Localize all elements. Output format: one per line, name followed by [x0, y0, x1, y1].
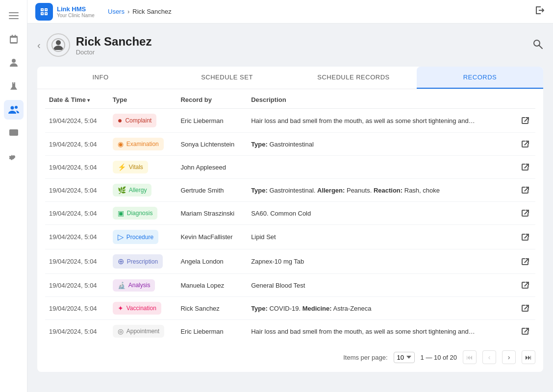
pagination: Items per page: 10 20 50 1 — 10 of 20 ⏮ …	[45, 343, 535, 364]
cell-record-by: Eric Lieberman	[176, 320, 247, 343]
badge-icon: ✦	[118, 304, 124, 312]
cell-datetime: 19/04/2024, 5:04	[45, 202, 109, 225]
cell-datetime: 19/04/2024, 5:04	[45, 133, 109, 156]
open-record-button[interactable]	[519, 302, 531, 315]
cell-datetime: 19/04/2024, 5:04	[45, 274, 109, 297]
open-record-button[interactable]	[519, 279, 531, 292]
col-datetime[interactable]: Date & Time	[45, 89, 109, 109]
records-table-container: Date & Time Type Record by Description 1…	[37, 89, 543, 372]
table-row: 19/04/2024, 5:04 ● Complaint Eric Lieber…	[45, 109, 535, 133]
cell-type: ▣ Diagnosis	[109, 202, 177, 225]
last-page-button[interactable]: ⏭	[522, 350, 535, 364]
cell-open	[512, 133, 535, 156]
tab-bar: INFO SCHEDULE SET SCHEDULE RECORDS RECOR…	[37, 67, 543, 89]
profile-info: Rick Sanchez Doctor	[76, 35, 152, 56]
profile-role: Doctor	[76, 49, 152, 56]
sidebar-icon-person[interactable]	[4, 53, 24, 73]
items-per-page-select[interactable]: 10 20 50	[394, 352, 415, 363]
cell-record-by: John Appleseed	[176, 156, 247, 179]
breadcrumb: Users › Rick Sanchez	[108, 8, 530, 15]
cell-open	[512, 249, 535, 274]
cell-datetime: 19/04/2024, 5:04	[45, 225, 109, 249]
type-badge-analysis: 🔬 Analysis	[113, 279, 155, 292]
search-button[interactable]	[532, 39, 543, 52]
cell-record-by: Sonya Lichtenstein	[176, 133, 247, 156]
cell-datetime: 19/04/2024, 5:04	[45, 179, 109, 202]
svg-line-10	[539, 45, 543, 49]
table-row: 19/04/2024, 5:04 ▣ Diagnosis Mariam Stra…	[45, 202, 535, 225]
cell-description: Hair loss and bad smell from the mouth, …	[247, 109, 512, 133]
app-tagline: Your Clinic Name	[57, 13, 95, 18]
tab-schedule-set[interactable]: SCHEDULE SET	[164, 67, 290, 89]
col-record-by: Record by	[176, 89, 247, 109]
type-badge-procedure: ▷ Procedure	[113, 230, 158, 244]
content-card: INFO SCHEDULE SET SCHEDULE RECORDS RECOR…	[37, 67, 543, 372]
sidebar-icon-monitor[interactable]	[4, 123, 24, 143]
topbar-right	[534, 5, 545, 18]
next-page-button[interactable]: ›	[502, 350, 516, 364]
sidebar-icon-users[interactable]	[4, 100, 24, 120]
cell-type: ▷ Procedure	[109, 225, 177, 249]
cell-type: 🌿 Allergy	[109, 179, 177, 202]
open-record-button[interactable]	[519, 114, 531, 127]
badge-icon: ⚡	[118, 163, 126, 171]
items-per-page-label: Items per page:	[343, 354, 387, 361]
table-row: 19/04/2024, 5:04 🌿 Allergy Gertrude Smit…	[45, 179, 535, 202]
cell-type: ⚡ Vitals	[109, 156, 177, 179]
open-record-button[interactable]	[519, 255, 531, 268]
cell-description	[247, 156, 512, 179]
cell-type: ◎ Appointment	[109, 320, 177, 343]
app-name: Link HMS	[57, 5, 95, 13]
cell-datetime: 19/04/2024, 5:04	[45, 320, 109, 343]
open-record-button[interactable]	[519, 184, 531, 196]
sidebar-icon-flask[interactable]	[4, 76, 24, 96]
open-record-button[interactable]	[519, 161, 531, 173]
table-row: 19/04/2024, 5:04 ▷ Procedure Kevin MacFa…	[45, 225, 535, 249]
svg-rect-6	[9, 129, 18, 136]
cell-description: Type: COVID-19. Medicine: Astra-Zeneca	[247, 297, 512, 320]
menu-icon[interactable]	[4, 6, 24, 25]
open-record-button[interactable]	[519, 325, 531, 338]
open-record-button[interactable]	[519, 207, 531, 220]
cell-open	[512, 179, 535, 202]
type-badge-vitals: ⚡ Vitals	[113, 161, 148, 173]
cell-datetime: 19/04/2024, 5:04	[45, 297, 109, 320]
svg-rect-1	[9, 15, 19, 16]
type-badge-examination: ◉ Examination	[113, 138, 164, 150]
cell-open	[512, 156, 535, 179]
cell-type: ✦ Vaccination	[109, 297, 177, 320]
cell-datetime: 19/04/2024, 5:04	[45, 249, 109, 274]
first-page-button[interactable]: ⏮	[463, 350, 477, 364]
cell-description: Lipid Set	[247, 225, 512, 249]
table-row: 19/04/2024, 5:04 ◉ Examination Sonya Lic…	[45, 133, 535, 156]
svg-rect-2	[9, 18, 19, 19]
cell-open	[512, 274, 535, 297]
sidebar-icon-settings[interactable]	[4, 147, 24, 167]
cell-type: ● Complaint	[109, 109, 177, 133]
cell-description: Type: Gastrointestinal	[247, 133, 512, 156]
cell-description: SA60. Common Cold	[247, 202, 512, 225]
open-record-button[interactable]	[519, 231, 531, 244]
prev-page-button[interactable]: ‹	[482, 350, 496, 364]
cell-description: General Blood Test	[247, 274, 512, 297]
badge-icon: 🔬	[118, 282, 126, 289]
avatar	[47, 33, 70, 57]
cell-type: 🔬 Analysis	[109, 274, 177, 297]
badge-icon: ▷	[118, 232, 124, 242]
svg-rect-0	[9, 12, 19, 13]
back-button[interactable]: ‹	[37, 40, 41, 51]
breadcrumb-separator: ›	[127, 8, 129, 15]
svg-point-4	[10, 106, 14, 110]
cell-open	[512, 202, 535, 225]
cell-type: ⊕ Prescription	[109, 249, 177, 274]
tab-schedule-records[interactable]: SCHEDULE RECORDS	[290, 67, 417, 89]
type-badge-complaint: ● Complaint	[113, 114, 157, 127]
app-logo: Link HMS Your Clinic Name	[35, 3, 104, 21]
sidebar-icon-calendar[interactable]	[4, 29, 24, 49]
col-type: Type	[109, 89, 177, 109]
tab-info[interactable]: INFO	[37, 67, 164, 89]
logout-icon[interactable]	[534, 8, 545, 18]
open-record-button[interactable]	[519, 138, 531, 150]
tab-records[interactable]: RECORDS	[417, 67, 543, 89]
breadcrumb-users[interactable]: Users	[108, 8, 125, 15]
